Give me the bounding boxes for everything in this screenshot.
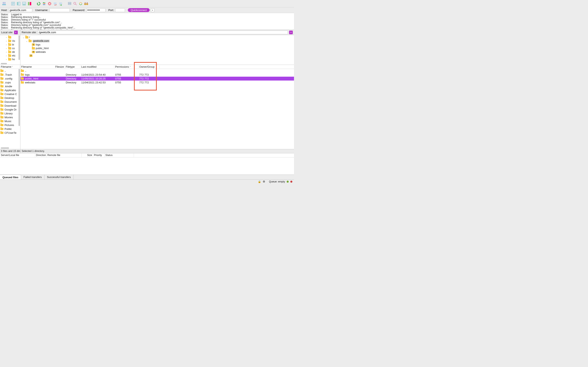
folder-icon	[0, 70, 3, 72]
search-icon[interactable]	[73, 1, 78, 6]
remote-status: Selected 1 directory.	[20, 149, 294, 153]
tree-node[interactable]: ›de	[0, 50, 20, 54]
folder-icon	[21, 77, 24, 80]
remote-col-filetype[interactable]: Filetype	[66, 66, 75, 68]
queue-col-server[interactable]: Server/Local file	[0, 153, 35, 157]
tree-node[interactable]: public_html	[36, 47, 49, 50]
list-item[interactable]: webstatsDirectory11/04/2021 23:42:530755…	[20, 81, 294, 84]
list-item[interactable]: Creative C	[0, 92, 20, 96]
list-item[interactable]: ..	[20, 69, 294, 73]
binoculars-icon[interactable]	[84, 1, 89, 6]
remote-col-ownergroup[interactable]: Owner/Group	[139, 66, 155, 68]
list-item[interactable]: Pictures	[0, 123, 20, 127]
refresh-icon[interactable]	[36, 1, 41, 6]
list-item[interactable]: Download	[0, 104, 20, 108]
collapse-icon[interactable]: ⌄	[26, 40, 28, 42]
list-item[interactable]: Library	[0, 111, 20, 115]
filter-icon[interactable]	[42, 1, 47, 6]
cancel-icon[interactable]	[47, 1, 52, 6]
tab-successful-transfers[interactable]: Successful transfers	[44, 175, 73, 179]
toggle-log-icon[interactable]	[11, 1, 16, 6]
remote-site-input[interactable]	[38, 31, 288, 34]
folder-icon	[0, 105, 3, 107]
folder-unknown-icon: ?	[29, 54, 33, 57]
message-log[interactable]: Status:Logged inStatus:Retrieving direct…	[0, 13, 294, 30]
queue-col-direction[interactable]: Direction	[35, 153, 47, 157]
list-item[interactable]: .Trash	[0, 73, 20, 77]
tree-node[interactable]: webstats	[36, 50, 46, 53]
server-status-icon[interactable]	[67, 1, 72, 6]
queue-col-priority[interactable]: Priority	[93, 153, 104, 157]
host-input[interactable]	[9, 8, 32, 12]
expand-icon[interactable]: ›	[5, 55, 7, 57]
expand-icon[interactable]: ›	[5, 44, 7, 46]
list-item[interactable]: Public	[0, 127, 20, 131]
list-item[interactable]: Music	[0, 119, 20, 123]
scrollbar-vertical[interactable]	[18, 35, 20, 60]
username-input[interactable]	[49, 8, 70, 12]
password-input[interactable]: ●●●●●●●●●●●●●●	[86, 8, 105, 12]
list-item[interactable]: .kindle	[0, 84, 20, 88]
scrollbar-horizontal[interactable]	[1, 147, 9, 149]
reconnect-icon[interactable]	[58, 1, 63, 6]
remote-col-permissions[interactable]: Permissions	[115, 66, 129, 68]
compare-icon[interactable]	[78, 1, 83, 6]
tree-node[interactable]: ›ho	[0, 58, 20, 61]
list-item[interactable]: Desktop	[0, 96, 20, 100]
tree-node[interactable]: ›co	[0, 47, 20, 50]
list-item[interactable]: logsDirectory11/04/2021 23:54:400755772 …	[20, 73, 294, 77]
list-item[interactable]: ..	[0, 69, 20, 73]
tree-node[interactable]: ›Vo	[0, 39, 20, 43]
list-item[interactable]: .config	[0, 77, 20, 81]
site-manager-icon[interactable]	[2, 1, 7, 6]
disconnect-icon[interactable]	[53, 1, 58, 6]
expand-icon[interactable]: ›	[5, 40, 7, 42]
expand-icon[interactable]: ›	[5, 47, 7, 50]
toggle-tree-icon[interactable]	[16, 1, 21, 6]
remote-col-filesize[interactable]: Filesize	[56, 66, 64, 68]
remote-site-dropdown[interactable]: ▾	[289, 31, 293, 34]
tree-node[interactable]: ›	[0, 35, 20, 39]
tree-node[interactable]: logs	[36, 43, 40, 46]
queue-col-size[interactable]: Size	[82, 153, 93, 157]
toggle-compare-icon[interactable]	[27, 1, 32, 6]
collapse-icon[interactable]: ⌄	[22, 36, 25, 39]
svg-rect-22	[54, 2, 57, 4]
scrollbar-horizontal[interactable]	[1, 63, 7, 64]
tree-node-selected[interactable]: geekto5k.com	[33, 40, 50, 42]
local-status: 3 files and 15 dire	[0, 149, 20, 153]
local-col-filename[interactable]: Filename	[1, 66, 11, 68]
scrollbar-vertical[interactable]	[18, 69, 20, 126]
list-item[interactable]: CFUserTe	[0, 131, 20, 135]
list-item[interactable]: public_htmlDirectory11/05/2021 10:20:250…	[20, 77, 294, 81]
list-item[interactable]: .cups	[0, 81, 20, 84]
queue-col-remote[interactable]: Remote file	[47, 153, 82, 157]
expand-icon[interactable]: ›	[5, 36, 7, 39]
list-item[interactable]: Movies	[0, 115, 20, 119]
svg-rect-10	[22, 4, 26, 5]
list-item[interactable]: Applicatio	[0, 88, 20, 92]
quickconnect-button[interactable]: Quickconnect	[128, 8, 150, 12]
tab-queued-files[interactable]: Queued files	[0, 175, 21, 179]
tree-node-root[interactable]: /	[29, 36, 30, 39]
quickconnect-dropdown[interactable]: ▾	[151, 8, 155, 12]
port-input[interactable]	[115, 8, 125, 12]
remote-file-list[interactable]: Filename Filesize Filetype Last modified…	[20, 65, 294, 149]
expand-icon[interactable]: ›	[5, 58, 7, 60]
toggle-queue-icon[interactable]	[22, 1, 26, 6]
list-item[interactable]: Google Dr	[0, 108, 20, 111]
tree-node[interactable]: ›etc	[0, 54, 20, 58]
queue-list[interactable]	[0, 157, 294, 175]
tree-node[interactable]: ›bi	[0, 43, 20, 47]
local-tree[interactable]: ››Vo›bi›co›de›etc›ho	[0, 35, 20, 65]
list-item[interactable]: Document	[0, 100, 20, 104]
expand-icon[interactable]: ›	[5, 51, 7, 53]
remote-tree[interactable]: ⌄/ ⌄geekto5k.com ?logs public_html ?webs…	[20, 35, 294, 65]
local-file-list[interactable]: Filename⌃ ...Trash.config.cups.kindleApp…	[0, 65, 20, 149]
remote-col-filename[interactable]: Filename	[21, 66, 32, 68]
queue-col-status[interactable]: Status	[104, 153, 134, 157]
local-site-dropdown[interactable]: ▾	[14, 31, 18, 34]
username-label: Username:	[35, 8, 48, 12]
tab-failed-transfers[interactable]: Failed transfers	[21, 175, 44, 179]
remote-col-lastmodified[interactable]: Last modified	[81, 66, 96, 68]
